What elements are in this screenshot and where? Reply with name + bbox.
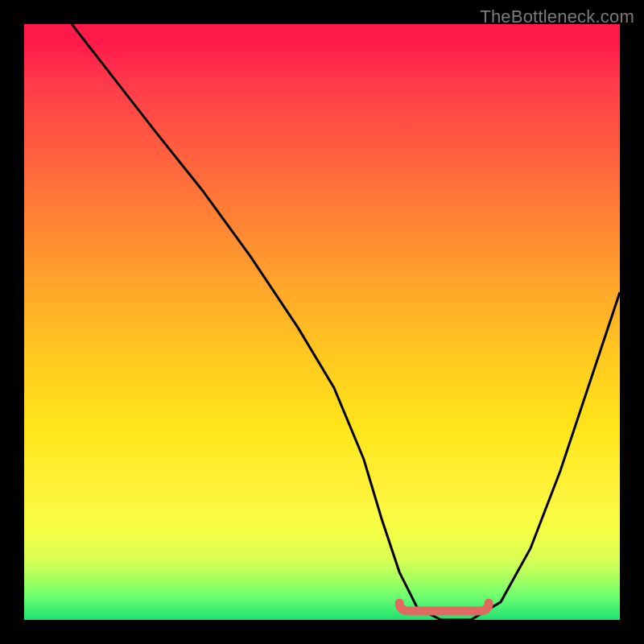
valley-marker-layer: [24, 24, 620, 620]
chart-frame: TheBottleneck.com: [0, 0, 644, 644]
valley-marker: [399, 603, 489, 611]
plot-area: [24, 24, 620, 620]
watermark-text: TheBottleneck.com: [480, 6, 634, 27]
